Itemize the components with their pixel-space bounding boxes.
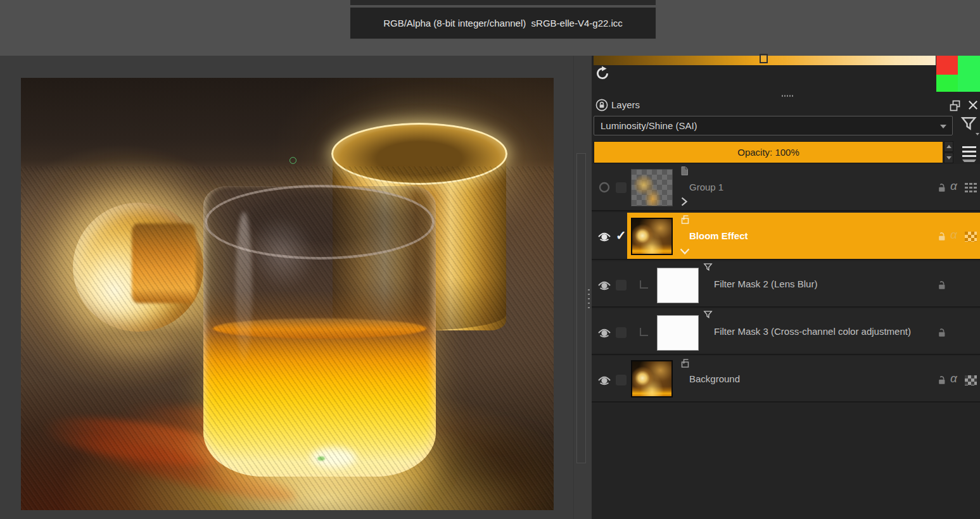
gradient-slider-bar[interactable] (594, 56, 936, 65)
colorspace-text: RGB/Alpha (8-bit integer/channel) sRGB-e… (383, 18, 623, 28)
blend-mode-value: Luminosity/Shine (SAI) (601, 120, 697, 131)
docker-title: Layers (611, 99, 640, 110)
popup-top-sliver (350, 0, 656, 6)
checker-icon[interactable] (965, 375, 977, 385)
eye-visible-icon[interactable] (597, 326, 611, 342)
layer-name: Filter Mask 3 (Cross-channel color adjus… (714, 309, 911, 354)
layer-checkbox[interactable] (616, 375, 627, 385)
gold-coin (73, 203, 203, 332)
spin-down-icon[interactable] (944, 153, 953, 163)
chevron-down-icon (962, 159, 976, 162)
eye-visible-icon[interactable] (597, 230, 611, 246)
brush-cursor-circle (290, 157, 296, 164)
layer-checkbox[interactable] (616, 182, 627, 193)
checker-icon[interactable] (965, 232, 977, 242)
color-swatches[interactable] (936, 56, 980, 92)
eye-visible-icon[interactable] (597, 278, 611, 294)
layer-checkbox[interactable] (616, 327, 627, 338)
docker-header: Layers (592, 97, 980, 115)
glass-bottom-spark (310, 447, 357, 468)
layer-name: Background (689, 356, 740, 401)
layer-row-group1[interactable]: Group 1 α (592, 164, 980, 211)
refresh-icon[interactable] (595, 66, 610, 81)
checker-icon[interactable] (965, 183, 977, 193)
colorspace-popup: RGB/Alpha (8-bit integer/channel) sRGB-e… (350, 7, 656, 39)
float-docker-icon[interactable] (948, 99, 962, 113)
opacity-value: Opacity: 100% (737, 147, 799, 158)
canvas-area[interactable] (0, 56, 592, 519)
caustic-streak (115, 403, 294, 437)
layer-thumbnail[interactable] (631, 169, 673, 206)
alpha-icon[interactable]: α (950, 179, 957, 193)
layer-thumbnail[interactable] (631, 360, 673, 397)
layer-name: Bloom Effect (689, 213, 748, 259)
unlock-icon[interactable] (936, 231, 947, 244)
gold-cup (333, 125, 506, 330)
unlock-icon[interactable] (936, 327, 947, 341)
filter-funnel-icon (703, 263, 713, 275)
alpha-icon[interactable]: α (950, 372, 957, 385)
whiskey-glass (203, 186, 436, 477)
layer-name: Filter Mask 2 (Lens Blur) (714, 261, 817, 306)
docker-splitter-handle[interactable] (588, 289, 590, 310)
gold-coin-reflection (132, 223, 196, 303)
layer-name: Group 1 (689, 164, 723, 210)
opacity-spinners (944, 141, 953, 163)
unlock-icon[interactable] (936, 375, 947, 388)
child-indent-icon (640, 280, 648, 289)
gold-coin-glow (40, 179, 230, 363)
mask-thumbnail[interactable] (657, 315, 699, 351)
glass-shadow (414, 420, 554, 508)
glass-highlight (241, 208, 324, 298)
gradient-slider-handle[interactable] (760, 54, 768, 63)
eye-visible-icon[interactable] (597, 373, 611, 389)
filter-funnel-icon[interactable] (960, 116, 979, 135)
green-swatch[interactable] (958, 56, 980, 92)
whiskey-surface (213, 318, 427, 339)
chevron-down-icon (976, 133, 979, 135)
mask-thumbnail[interactable] (657, 268, 699, 303)
check-icon[interactable]: ✓ (616, 231, 627, 242)
layer-row-bloom-effect[interactable]: ✓ Bloom Effect (592, 213, 980, 260)
caustic-streak (38, 408, 250, 475)
glass-green-glint (317, 456, 325, 461)
filter-funnel-icon (703, 310, 713, 323)
layer-checkbox[interactable] (616, 280, 627, 291)
blend-mode-dropdown[interactable]: Luminosity/Shine (SAI) (594, 116, 953, 135)
lock-badge-icon[interactable] (595, 98, 609, 115)
spin-up-icon[interactable] (944, 141, 953, 152)
eye-hidden-icon[interactable] (597, 181, 611, 196)
unlock-icon[interactable] (936, 280, 947, 293)
child-indent-icon (640, 328, 648, 336)
layer-collapse-icon[interactable] (679, 247, 690, 258)
canvas-vertical-scrollbar[interactable] (576, 153, 586, 463)
layers-docker: Layers Luminosity/Shine (SAI) (592, 56, 980, 519)
layer-list: Group 1 α (592, 164, 980, 519)
chevron-down-icon (940, 125, 946, 128)
layer-row-filter-mask-2[interactable]: Filter Mask 2 (Lens Blur) (592, 261, 980, 308)
artwork-whiskey-render[interactable] (21, 78, 554, 510)
krita-window: RGB/Alpha (8-bit integer/channel) sRGB-e… (0, 0, 980, 519)
close-docker-icon[interactable] (967, 99, 979, 111)
red-swatch[interactable] (936, 56, 958, 75)
group-expand-icon[interactable] (679, 196, 689, 209)
layer-thumbnail[interactable] (631, 218, 673, 255)
docker-drag-dots[interactable] (782, 95, 793, 97)
page-icon (680, 166, 689, 178)
green-swatch[interactable] (936, 75, 958, 92)
menu-icon[interactable] (961, 145, 979, 160)
layer-row-background[interactable]: Background α (592, 356, 980, 403)
unlock-icon[interactable] (936, 182, 947, 196)
caustic-streak (59, 424, 300, 510)
layer-row-filter-mask-3[interactable]: Filter Mask 3 (Cross-channel color adjus… (592, 309, 980, 355)
gold-coin-shadow (78, 320, 211, 344)
opacity-slider[interactable]: Opacity: 100% (594, 141, 943, 163)
alpha-icon[interactable]: α (950, 228, 957, 242)
canvas-panel-divider (573, 56, 574, 519)
glass-bottom-glow (211, 432, 439, 508)
